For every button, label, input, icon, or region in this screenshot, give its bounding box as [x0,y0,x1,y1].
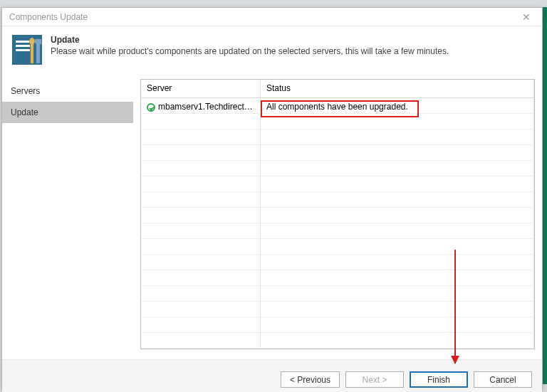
previous-button[interactable]: < Previous [281,371,340,388]
grid-body: mbamserv1.Techdirecta...All components h… [141,98,534,349]
grid-header: Server Status [141,80,534,98]
header-title: Update [51,35,449,45]
finish-button[interactable]: Finish [410,371,468,388]
table-row-empty [141,286,534,302]
update-icon [12,35,42,65]
table-row-empty [141,114,534,129]
dialog-components-update: Components Update ✕ Update Please wait w… [1,7,543,390]
cell-server: mbamserv1.Techdirecta... [141,98,261,113]
success-icon [147,103,155,112]
next-button: Next > [345,371,404,388]
cancel-button[interactable]: Cancel [474,371,532,388]
table-row-empty [141,208,534,223]
table-row-empty [141,255,534,270]
update-grid: Server Status mbamserv1.Techdirecta...Al… [140,79,535,349]
column-header-status[interactable]: Status [261,80,534,97]
table-row-empty [141,192,534,208]
content-pane: Server Status mbamserv1.Techdirecta...Al… [133,75,542,359]
table-row-empty [141,161,534,176]
table-row-empty [141,270,534,286]
sidebar-item-servers[interactable]: Servers [2,80,133,102]
sidebar: Servers Update [2,75,133,359]
table-row-empty [141,129,534,145]
dialog-body: Servers Update Server Status mbamserv1.T… [2,75,542,359]
header-subtitle: Please wait while product's components a… [51,46,449,56]
sidebar-item-update[interactable]: Update [2,102,133,123]
table-row-empty [141,302,534,317]
close-icon[interactable]: ✕ [516,11,536,23]
table-row-empty [141,223,534,239]
window-title: Components Update [9,12,88,22]
table-row-empty [141,317,534,333]
cell-status: All components have been upgraded. [261,98,534,113]
column-header-server[interactable]: Server [141,80,261,97]
table-row-empty [141,239,534,255]
table-row-empty [141,333,534,349]
dialog-header: Update Please wait while product's compo… [2,26,542,75]
table-row-empty [141,176,534,192]
table-row[interactable]: mbamserv1.Techdirecta...All components h… [141,98,534,114]
titlebar: Components Update ✕ [2,8,542,26]
dialog-footer: < Previous Next > Finish Cancel [2,359,542,392]
table-row-empty [141,145,534,161]
